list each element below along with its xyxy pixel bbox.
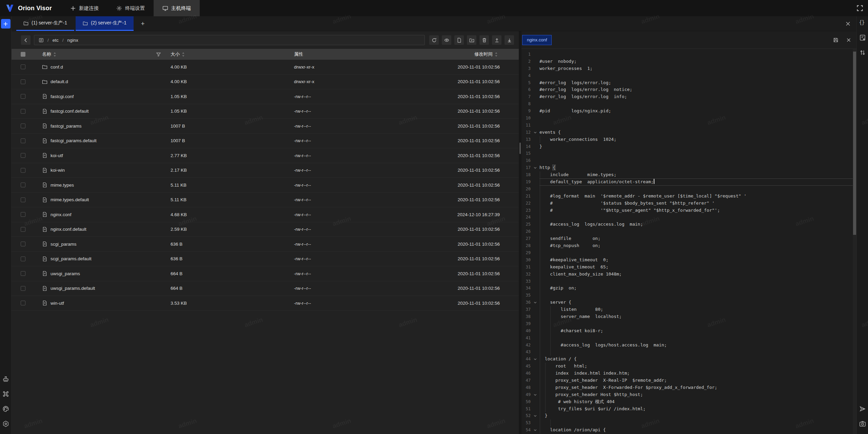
fold-toggle[interactable] <box>531 58 539 65</box>
fold-chevron-icon[interactable] <box>531 164 539 171</box>
code-line[interactable]: 26 <box>521 228 856 235</box>
row-checkbox[interactable] <box>21 301 25 305</box>
file-name[interactable]: mime.types <box>51 183 74 188</box>
code-line[interactable]: 2 #user nobody; <box>521 58 856 65</box>
code-line[interactable]: 1 <box>521 51 856 58</box>
fold-toggle[interactable] <box>531 108 539 115</box>
fold-toggle[interactable] <box>531 377 539 384</box>
code-line[interactable]: 9 #pid logs/nginx.pid; <box>521 108 856 115</box>
code-line[interactable]: 35 <box>521 292 856 299</box>
table-row[interactable]: mime.types 5.11 KB -rw-r--r-- 2020-11-01… <box>12 178 519 193</box>
file-name[interactable]: nginx.conf.default <box>51 227 86 232</box>
fold-toggle[interactable] <box>531 186 539 193</box>
new-tab-button[interactable] <box>1 19 11 29</box>
braces-icon[interactable]: {} <box>859 19 866 26</box>
panel-divider[interactable] <box>519 31 521 434</box>
table-row[interactable]: conf.d 4.00 KB drwxr-xr-x 2020-11-01 10:… <box>12 60 519 75</box>
fold-toggle[interactable] <box>531 115 539 122</box>
code-line[interactable]: 13 worker_connections 1024; <box>521 136 856 143</box>
code-line[interactable]: 40 #charset koi8-r; <box>521 327 856 335</box>
topbar-item-new-connection[interactable]: 新建连接 <box>61 0 107 16</box>
file-name[interactable]: conf.d <box>51 64 63 70</box>
file-name[interactable]: uwsgi_params.default <box>51 286 95 291</box>
camera-icon[interactable] <box>859 420 866 427</box>
code-line[interactable]: 3 worker_processes 1; <box>521 65 856 72</box>
file-name[interactable]: koi-utf <box>51 153 63 158</box>
code-line[interactable]: 8 <box>521 100 856 108</box>
code-line[interactable]: 22 # '$status $body_bytes_sent "$http_re… <box>521 200 856 207</box>
fold-chevron-icon[interactable] <box>531 427 539 434</box>
row-checkbox[interactable] <box>21 212 25 217</box>
table-row[interactable]: koi-win 2.17 KB -rw-r--r-- 2020-11-01 10… <box>12 163 519 178</box>
row-checkbox[interactable] <box>21 138 25 143</box>
stamp-icon[interactable] <box>2 376 9 382</box>
code-line[interactable]: 29 <box>521 249 856 257</box>
file-name[interactable]: fastcgi_params <box>51 124 82 129</box>
terminal-tab-1[interactable]: (1) server-生产-1 <box>16 16 74 31</box>
fold-toggle[interactable] <box>531 228 539 235</box>
code-line[interactable]: 5 #error_log logs/error.log; <box>521 79 856 87</box>
fold-toggle[interactable] <box>531 65 539 72</box>
fold-toggle[interactable] <box>531 313 539 320</box>
preview-eye-button[interactable] <box>442 35 451 45</box>
fold-toggle[interactable] <box>531 384 539 391</box>
fold-toggle[interactable] <box>531 370 539 377</box>
code-line[interactable]: 32 client_max_body_size 1048m; <box>521 271 856 278</box>
fold-toggle[interactable] <box>531 221 539 228</box>
fold-toggle[interactable] <box>531 285 539 292</box>
table-row[interactable]: uwsgi_params.default 664 B -rw-r--r-- 20… <box>12 281 519 296</box>
table-row[interactable]: scgi_params 636 B -rw-r--r-- 2020-11-01 … <box>12 237 519 252</box>
fold-toggle[interactable] <box>531 249 539 257</box>
row-checkbox[interactable] <box>21 168 25 173</box>
path-segment[interactable]: nginx <box>67 38 78 43</box>
sort-carets-icon[interactable] <box>495 52 498 57</box>
code-line[interactable]: 25 #access_log logs/access.log main; <box>521 221 856 228</box>
code-line[interactable]: 39 <box>521 320 856 327</box>
fold-toggle[interactable] <box>531 363 539 370</box>
file-name[interactable]: nginx.conf <box>51 212 72 217</box>
file-name[interactable]: fastcgi.conf.default <box>51 109 89 114</box>
new-file-button[interactable] <box>454 35 464 45</box>
code-line[interactable]: 21 #log_format main '$remote_addr - $rem… <box>521 193 856 200</box>
code-line[interactable]: 38 server_name localhost; <box>521 313 856 320</box>
fold-toggle[interactable] <box>531 207 539 214</box>
row-checkbox[interactable] <box>21 197 25 202</box>
code-line[interactable]: 37 listen 80; <box>521 306 856 313</box>
row-checkbox[interactable] <box>21 64 25 69</box>
file-name[interactable]: default.d <box>51 79 68 84</box>
code-line[interactable]: 48 proxy_set_header X-Forwarded-For $pro… <box>521 384 856 391</box>
table-row[interactable]: fastcgi.conf.default 1.05 KB -rw-r--r-- … <box>12 104 519 119</box>
fold-toggle[interactable] <box>531 405 539 413</box>
code-line[interactable]: 30 #keepalive_timeout 0; <box>521 257 856 264</box>
code-line[interactable]: 34 #gzip on; <box>521 285 856 292</box>
code-line[interactable]: 36 server { <box>521 299 856 306</box>
fold-toggle[interactable] <box>531 327 539 335</box>
select-all-checkbox[interactable] <box>21 52 25 57</box>
fold-toggle[interactable] <box>531 178 539 186</box>
upload-button[interactable] <box>492 35 501 45</box>
fold-toggle[interactable] <box>531 264 539 271</box>
code-line[interactable]: 10 <box>521 115 856 122</box>
path-breadcrumb[interactable]: /etc/nginx <box>34 35 425 45</box>
fold-toggle[interactable] <box>531 72 539 79</box>
code-line[interactable]: 4 <box>521 72 856 79</box>
code-line[interactable]: 43 <box>521 348 856 356</box>
fold-toggle[interactable] <box>531 171 539 178</box>
row-checkbox[interactable] <box>21 286 25 291</box>
fold-toggle[interactable] <box>531 342 539 349</box>
column-size-label[interactable]: 大小 <box>171 51 180 57</box>
row-checkbox[interactable] <box>21 271 25 276</box>
fold-toggle[interactable] <box>531 93 539 100</box>
topbar-item-host-terminal[interactable]: 主机终端 <box>154 0 200 16</box>
fold-chevron-icon[interactable] <box>531 299 539 306</box>
table-row[interactable]: fastcgi_params 1007 B -rw-r--r-- 2020-11… <box>12 119 519 134</box>
path-segment[interactable]: etc <box>53 38 59 43</box>
sort-carets-icon[interactable] <box>53 52 56 57</box>
row-checkbox[interactable] <box>21 124 25 128</box>
fold-toggle[interactable] <box>531 306 539 313</box>
code-line[interactable]: 51 try_files $uri $uri/ /index.html; <box>521 405 856 413</box>
fold-toggle[interactable] <box>531 86 539 93</box>
fold-toggle[interactable] <box>531 235 539 242</box>
file-name[interactable]: scgi_params.default <box>51 256 92 261</box>
fold-toggle[interactable] <box>531 292 539 299</box>
